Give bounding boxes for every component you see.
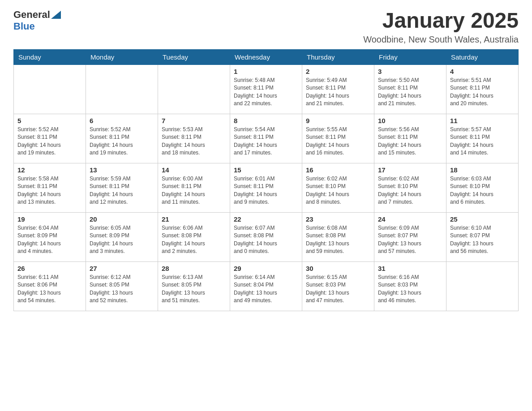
day-info: Sunrise: 6:02 AM Sunset: 8:10 PM Dayligh… — [306, 175, 370, 206]
weekday-header-sunday: Sunday — [14, 49, 86, 64]
location-title: Woodbine, New South Wales, Australia — [363, 34, 519, 45]
day-number: 2 — [306, 68, 370, 75]
day-info: Sunrise: 6:04 AM Sunset: 8:09 PM Dayligh… — [17, 224, 82, 256]
day-number: 16 — [306, 166, 370, 174]
day-info: Sunrise: 6:12 AM Sunset: 8:05 PM Dayligh… — [90, 274, 154, 305]
calendar-week-row: 26Sunrise: 6:11 AM Sunset: 8:06 PM Dayli… — [14, 261, 519, 311]
calendar-cell: 16Sunrise: 6:02 AM Sunset: 8:10 PM Dayli… — [302, 163, 374, 212]
day-number: 28 — [162, 265, 226, 272]
weekday-header-row: SundayMondayTuesdayWednesdayThursdayFrid… — [14, 49, 519, 64]
day-info: Sunrise: 5:51 AM Sunset: 8:11 PM Dayligh… — [450, 77, 515, 108]
calendar-cell: 3Sunrise: 5:50 AM Sunset: 8:11 PM Daylig… — [374, 64, 446, 114]
day-number: 12 — [17, 166, 82, 174]
weekday-header-thursday: Thursday — [302, 49, 374, 64]
day-number: 4 — [450, 68, 515, 75]
day-number: 8 — [234, 117, 298, 124]
day-number: 30 — [306, 265, 370, 272]
day-info: Sunrise: 6:13 AM Sunset: 8:05 PM Dayligh… — [162, 274, 226, 305]
day-info: Sunrise: 6:05 AM Sunset: 8:09 PM Dayligh… — [90, 224, 154, 256]
day-number: 18 — [450, 166, 515, 174]
calendar-cell: 2Sunrise: 5:49 AM Sunset: 8:11 PM Daylig… — [302, 64, 374, 114]
calendar-cell: 23Sunrise: 6:08 AM Sunset: 8:08 PM Dayli… — [302, 212, 374, 261]
day-number: 10 — [378, 117, 442, 124]
calendar-cell: 5Sunrise: 5:52 AM Sunset: 8:11 PM Daylig… — [14, 114, 86, 163]
month-title: January 2025 — [363, 9, 519, 33]
logo-general-text: General — [13, 9, 50, 21]
calendar-week-row: 5Sunrise: 5:52 AM Sunset: 8:11 PM Daylig… — [14, 114, 519, 163]
calendar-cell: 19Sunrise: 6:04 AM Sunset: 8:09 PM Dayli… — [14, 212, 86, 261]
calendar-cell: 30Sunrise: 6:15 AM Sunset: 8:03 PM Dayli… — [302, 261, 374, 311]
calendar-cell: 15Sunrise: 6:01 AM Sunset: 8:11 PM Dayli… — [230, 163, 302, 212]
title-block: January 2025 Woodbine, New South Wales, … — [363, 9, 519, 45]
day-number: 19 — [17, 215, 82, 223]
day-number: 15 — [234, 166, 298, 174]
day-info: Sunrise: 5:58 AM Sunset: 8:11 PM Dayligh… — [17, 175, 82, 206]
logo: General Blue — [13, 9, 61, 32]
day-number: 21 — [162, 215, 226, 223]
day-info: Sunrise: 6:08 AM Sunset: 8:08 PM Dayligh… — [306, 224, 370, 256]
day-number: 22 — [234, 215, 298, 223]
day-number: 29 — [234, 265, 298, 272]
calendar-cell — [86, 64, 158, 114]
day-info: Sunrise: 6:01 AM Sunset: 8:11 PM Dayligh… — [234, 175, 298, 206]
calendar-cell: 17Sunrise: 6:02 AM Sunset: 8:10 PM Dayli… — [374, 163, 446, 212]
day-info: Sunrise: 6:15 AM Sunset: 8:03 PM Dayligh… — [306, 274, 370, 305]
day-info: Sunrise: 6:11 AM Sunset: 8:06 PM Dayligh… — [17, 274, 82, 305]
day-info: Sunrise: 6:16 AM Sunset: 8:03 PM Dayligh… — [378, 274, 442, 305]
calendar-table: SundayMondayTuesdayWednesdayThursdayFrid… — [13, 49, 519, 311]
day-number: 13 — [90, 166, 154, 174]
day-number: 6 — [90, 117, 154, 124]
day-info: Sunrise: 5:53 AM Sunset: 8:11 PM Dayligh… — [162, 126, 226, 157]
calendar-cell: 27Sunrise: 6:12 AM Sunset: 8:05 PM Dayli… — [86, 261, 158, 311]
calendar-header: SundayMondayTuesdayWednesdayThursdayFrid… — [14, 49, 519, 64]
calendar-cell: 6Sunrise: 5:52 AM Sunset: 8:11 PM Daylig… — [86, 114, 158, 163]
calendar-cell: 12Sunrise: 5:58 AM Sunset: 8:11 PM Dayli… — [14, 163, 86, 212]
svg-marker-0 — [51, 11, 61, 19]
calendar-cell: 29Sunrise: 6:14 AM Sunset: 8:04 PM Dayli… — [230, 261, 302, 311]
day-info: Sunrise: 6:03 AM Sunset: 8:10 PM Dayligh… — [450, 175, 515, 206]
calendar-cell: 8Sunrise: 5:54 AM Sunset: 8:11 PM Daylig… — [230, 114, 302, 163]
calendar-cell — [158, 64, 230, 114]
calendar-cell: 20Sunrise: 6:05 AM Sunset: 8:09 PM Dayli… — [86, 212, 158, 261]
day-info: Sunrise: 6:06 AM Sunset: 8:08 PM Dayligh… — [162, 224, 226, 256]
day-info: Sunrise: 5:52 AM Sunset: 8:11 PM Dayligh… — [17, 126, 82, 157]
calendar-cell: 13Sunrise: 5:59 AM Sunset: 8:11 PM Dayli… — [86, 163, 158, 212]
day-info: Sunrise: 6:10 AM Sunset: 8:07 PM Dayligh… — [450, 224, 515, 256]
day-info: Sunrise: 5:49 AM Sunset: 8:11 PM Dayligh… — [306, 77, 370, 108]
day-info: Sunrise: 5:52 AM Sunset: 8:11 PM Dayligh… — [90, 126, 154, 157]
calendar-cell — [446, 261, 519, 311]
day-number: 31 — [378, 265, 442, 272]
calendar-cell: 25Sunrise: 6:10 AM Sunset: 8:07 PM Dayli… — [446, 212, 519, 261]
day-info: Sunrise: 5:59 AM Sunset: 8:11 PM Dayligh… — [90, 175, 154, 206]
calendar-cell: 9Sunrise: 5:55 AM Sunset: 8:11 PM Daylig… — [302, 114, 374, 163]
calendar-week-row: 1Sunrise: 5:48 AM Sunset: 8:11 PM Daylig… — [14, 64, 519, 114]
calendar-cell: 4Sunrise: 5:51 AM Sunset: 8:11 PM Daylig… — [446, 64, 519, 114]
weekday-header-wednesday: Wednesday — [230, 49, 302, 64]
calendar-cell: 31Sunrise: 6:16 AM Sunset: 8:03 PM Dayli… — [374, 261, 446, 311]
day-number: 14 — [162, 166, 226, 174]
day-number: 5 — [17, 117, 82, 124]
day-number: 9 — [306, 117, 370, 124]
calendar-cell: 11Sunrise: 5:57 AM Sunset: 8:11 PM Dayli… — [446, 114, 519, 163]
calendar-cell: 10Sunrise: 5:56 AM Sunset: 8:11 PM Dayli… — [374, 114, 446, 163]
page-header: General Blue January 2025 Woodbine, New … — [13, 9, 519, 45]
calendar-cell: 26Sunrise: 6:11 AM Sunset: 8:06 PM Dayli… — [14, 261, 86, 311]
weekday-header-saturday: Saturday — [446, 49, 519, 64]
day-info: Sunrise: 5:57 AM Sunset: 8:11 PM Dayligh… — [450, 126, 515, 157]
day-number: 26 — [17, 265, 82, 272]
calendar-cell: 18Sunrise: 6:03 AM Sunset: 8:10 PM Dayli… — [446, 163, 519, 212]
calendar-cell: 24Sunrise: 6:09 AM Sunset: 8:07 PM Dayli… — [374, 212, 446, 261]
day-info: Sunrise: 6:02 AM Sunset: 8:10 PM Dayligh… — [378, 175, 442, 206]
calendar-body: 1Sunrise: 5:48 AM Sunset: 8:11 PM Daylig… — [14, 64, 519, 311]
day-number: 7 — [162, 117, 226, 124]
day-number: 24 — [378, 215, 442, 223]
day-number: 3 — [378, 68, 442, 75]
day-number: 1 — [234, 68, 298, 75]
calendar-week-row: 19Sunrise: 6:04 AM Sunset: 8:09 PM Dayli… — [14, 212, 519, 261]
day-number: 11 — [450, 117, 515, 124]
day-info: Sunrise: 5:50 AM Sunset: 8:11 PM Dayligh… — [378, 77, 442, 108]
day-number: 20 — [90, 215, 154, 223]
day-info: Sunrise: 6:14 AM Sunset: 8:04 PM Dayligh… — [234, 274, 298, 305]
day-info: Sunrise: 5:56 AM Sunset: 8:11 PM Dayligh… — [378, 126, 442, 157]
day-number: 25 — [450, 215, 515, 223]
